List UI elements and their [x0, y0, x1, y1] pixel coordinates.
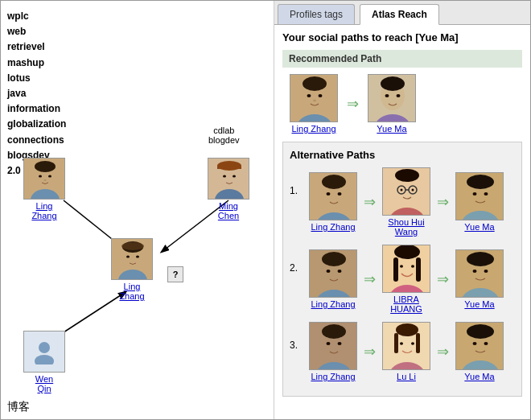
svg-point-3	[31, 189, 60, 200]
svg-point-38	[327, 192, 331, 196]
rec-person-1[interactable]: Ling Zhang	[286, 74, 342, 134]
alt1-arrow2: ⇒	[437, 193, 449, 211]
svg-point-63	[400, 265, 403, 268]
node-wenqin-label[interactable]: WenQin	[23, 374, 65, 393]
svg-point-28	[319, 94, 323, 97]
rec-person-2[interactable]: Yue Ma	[364, 74, 420, 134]
tag-web[interactable]: web	[7, 24, 66, 39]
svg-point-82	[461, 360, 500, 370]
tag-mashup[interactable]: mashup	[7, 56, 66, 71]
alt1-person2[interactable]: Shou HuiWang	[379, 167, 434, 237]
alt3-person2[interactable]: Lu Li	[379, 322, 434, 381]
tab-atlas-reach[interactable]: Atlas Reach	[360, 4, 439, 25]
node-lingzhang-topleft-label[interactable]: LingZhang	[23, 201, 65, 220]
alt1-person3-name[interactable]: Yue Ma	[452, 222, 507, 232]
svg-point-22	[39, 342, 50, 353]
alt2-person3-name[interactable]: Yue Ma	[452, 299, 507, 309]
alt1-arrow1: ⇒	[364, 193, 376, 211]
alt3-person1[interactable]: Ling Zhang	[306, 322, 360, 381]
svg-point-48	[461, 211, 500, 220]
svg-point-26	[303, 76, 327, 91]
alt1-person3[interactable]: Yue Ma	[452, 172, 507, 232]
svg-point-50	[467, 175, 494, 189]
alt1-person1-name[interactable]: Ling Zhang	[306, 222, 360, 232]
svg-point-65	[461, 288, 500, 298]
svg-point-16	[118, 270, 147, 280]
svg-rect-12	[217, 166, 241, 169]
svg-point-72	[322, 324, 346, 339]
alt-path-1: 1. Ling Zh	[290, 167, 515, 237]
svg-point-53	[316, 290, 352, 298]
tag-retrievel[interactable]: retrievel	[7, 39, 66, 55]
tag-information[interactable]: information	[7, 101, 66, 117]
svg-point-42	[395, 169, 419, 182]
svg-point-40	[389, 208, 425, 216]
svg-point-39	[338, 192, 342, 196]
svg-point-19	[121, 242, 144, 250]
tag-wplc[interactable]: wplc	[7, 9, 66, 24]
svg-point-15	[233, 175, 236, 178]
alt2-person3[interactable]: Yue Ma	[452, 249, 507, 309]
svg-point-13	[219, 171, 240, 182]
tag-globalization[interactable]: globalization	[7, 117, 66, 132]
svg-point-68	[473, 270, 477, 273]
reach-title: Your social paths to reach [Yue Ma]	[282, 31, 522, 43]
svg-point-14	[223, 175, 226, 178]
alt1-person2-name[interactable]: Shou HuiWang	[379, 217, 434, 237]
alt2-person1-name[interactable]: Ling Zhang	[306, 299, 360, 309]
svg-point-75	[389, 362, 425, 370]
alt-num-2: 2.	[290, 245, 306, 274]
svg-point-64	[411, 265, 414, 268]
node-lingzhang-mid[interactable]: LingZhang	[111, 238, 153, 301]
svg-point-67	[467, 252, 494, 266]
alt3-person3-name[interactable]: Yue Ma	[452, 372, 507, 381]
svg-point-69	[484, 270, 488, 273]
svg-point-8	[44, 179, 47, 181]
node-wenqin[interactable]: WenQin	[23, 331, 65, 393]
alt-path-3-persons: Ling Zhang ⇒	[306, 322, 507, 381]
tags-list: wplc web retrievel mashup lotus java inf…	[7, 9, 66, 179]
svg-point-52	[484, 192, 488, 196]
tab-profiles-tags[interactable]: Profiles tags	[278, 4, 355, 24]
alt3-person1-name[interactable]: Ling Zhang	[306, 372, 360, 381]
alt2-person2[interactable]: LIBRAHUANG	[379, 245, 434, 314]
tag-connections[interactable]: connections	[7, 133, 66, 148]
tag-java[interactable]: java	[7, 86, 66, 101]
alt1-person1[interactable]: Ling Zhang	[306, 172, 360, 232]
svg-point-57	[338, 270, 342, 273]
alt2-arrow2: ⇒	[437, 270, 449, 288]
svg-point-20	[126, 256, 130, 258]
alternative-paths-section: Alternative Paths 1.	[282, 142, 522, 397]
svg-point-32	[381, 76, 405, 91]
svg-point-6	[39, 175, 42, 178]
svg-point-58	[389, 285, 425, 293]
svg-point-9	[215, 189, 244, 200]
node-mingchen-label[interactable]: MingChen	[208, 201, 249, 220]
alt-path-2: 2. Ling Zh	[290, 245, 515, 314]
alt-path-1-persons: Ling Zhang ⇒	[306, 167, 507, 237]
alt2-person2-name[interactable]: LIBRAHUANG	[379, 294, 434, 314]
cdlab-label: cdlabblogdev	[208, 126, 240, 145]
alt3-person3[interactable]: Yue Ma	[452, 322, 507, 381]
bottom-label: 博客	[7, 400, 30, 414]
rec-person-1-name[interactable]: Ling Zhang	[286, 124, 342, 134]
svg-point-7	[48, 175, 51, 178]
alt2-person1[interactable]: Ling Zhang	[306, 249, 360, 309]
svg-point-23	[35, 355, 54, 364]
svg-point-86	[484, 342, 488, 345]
svg-point-47	[412, 189, 414, 191]
alt-path-3: 3. Ling Zh	[290, 322, 515, 381]
content-area: Your social paths to reach [Yue Ma] Reco…	[274, 25, 530, 420]
rec-person-2-name[interactable]: Yue Ma	[364, 124, 420, 134]
tag-lotus[interactable]: lotus	[7, 71, 66, 86]
alt2-arrow1: ⇒	[364, 270, 376, 288]
alt3-person2-name[interactable]: Lu Li	[379, 372, 434, 381]
node-lingzhang-topleft[interactable]: LingZhang	[23, 158, 65, 220]
svg-point-34	[397, 94, 401, 97]
alt-num-3: 3.	[290, 322, 306, 351]
svg-point-5	[35, 161, 56, 172]
qmark-box[interactable]: ?	[167, 266, 183, 282]
svg-point-85	[473, 342, 477, 345]
node-mingchen[interactable]: MingChen	[208, 158, 249, 220]
node-lingzhang-mid-label[interactable]: LingZhang	[111, 282, 153, 301]
